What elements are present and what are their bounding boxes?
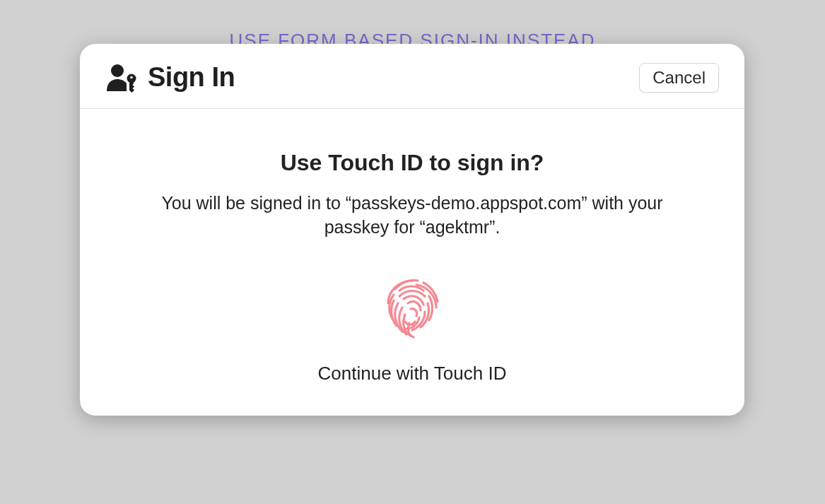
dialog-title-group: Sign In [105, 62, 235, 93]
sign-in-dialog: Sign In Cancel Use Touch ID to sign in? … [80, 44, 744, 416]
touch-id-prompt-description: You will be signed in to “passkeys-demo.… [144, 192, 681, 240]
svg-point-0 [111, 64, 124, 77]
continue-with-touch-id-label: Continue with Touch ID [318, 363, 507, 385]
dialog-body: Use Touch ID to sign in? You will be sig… [80, 109, 744, 416]
dialog-title: Sign In [148, 62, 235, 93]
svg-point-2 [130, 76, 133, 78]
touch-id-prompt-heading: Use Touch ID to sign in? [122, 150, 702, 176]
touch-id-action[interactable]: Continue with Touch ID [122, 275, 702, 385]
cancel-button[interactable]: Cancel [639, 63, 719, 93]
passkey-icon [105, 63, 139, 93]
fingerprint-icon [378, 275, 446, 343]
dialog-header: Sign In Cancel [80, 44, 744, 109]
